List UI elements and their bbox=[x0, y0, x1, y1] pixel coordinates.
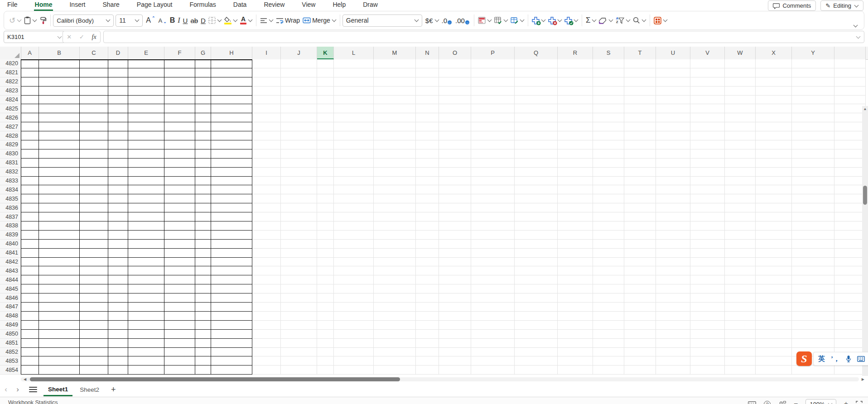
cell[interactable] bbox=[317, 168, 334, 177]
column-header-r[interactable]: R bbox=[558, 47, 593, 59]
cell[interactable] bbox=[80, 356, 108, 366]
cell[interactable] bbox=[164, 240, 195, 249]
cell[interactable] bbox=[195, 122, 211, 131]
cell[interactable] bbox=[624, 203, 656, 212]
font-name-select[interactable]: Calibri (Body) bbox=[53, 14, 114, 27]
cell[interactable] bbox=[834, 194, 866, 203]
cell[interactable] bbox=[281, 194, 317, 203]
cell[interactable] bbox=[195, 356, 211, 366]
cell[interactable] bbox=[834, 321, 866, 330]
paste-button[interactable] bbox=[23, 15, 38, 26]
cell[interactable] bbox=[439, 231, 471, 240]
cell[interactable] bbox=[195, 68, 211, 77]
cell[interactable] bbox=[374, 59, 416, 68]
double-underline-button[interactable]: D bbox=[199, 15, 207, 26]
cell[interactable] bbox=[593, 87, 624, 96]
cell[interactable] bbox=[281, 330, 317, 339]
borders-button[interactable] bbox=[207, 15, 223, 25]
zoom-out-button[interactable]: − bbox=[794, 400, 798, 404]
cell[interactable] bbox=[439, 330, 471, 339]
cell[interactable] bbox=[21, 275, 39, 284]
cell[interactable] bbox=[211, 203, 252, 212]
cell[interactable] bbox=[21, 221, 39, 231]
column-header-i[interactable]: I bbox=[252, 47, 281, 59]
cell[interactable] bbox=[39, 356, 80, 366]
cell[interactable] bbox=[624, 321, 656, 330]
cell[interactable] bbox=[317, 330, 334, 339]
row-header-4831[interactable]: 4831 bbox=[0, 159, 21, 168]
cell[interactable] bbox=[756, 212, 792, 221]
cell[interactable] bbox=[334, 104, 374, 113]
cell[interactable] bbox=[164, 96, 195, 105]
cell[interactable] bbox=[725, 168, 756, 177]
alignment-button[interactable] bbox=[259, 16, 275, 25]
cell[interactable] bbox=[374, 258, 416, 267]
cell[interactable] bbox=[656, 194, 690, 203]
row-header-4834[interactable]: 4834 bbox=[0, 185, 21, 194]
sheet-tab-sheet1[interactable]: Sheet1 bbox=[43, 383, 72, 396]
cell[interactable] bbox=[624, 303, 656, 312]
cell[interactable] bbox=[656, 104, 690, 113]
cell[interactable] bbox=[195, 366, 211, 375]
row-header-4836[interactable]: 4836 bbox=[0, 203, 21, 212]
cell[interactable] bbox=[725, 104, 756, 113]
cell[interactable] bbox=[281, 266, 317, 275]
cell[interactable] bbox=[80, 231, 108, 240]
cell[interactable] bbox=[374, 194, 416, 203]
cell[interactable] bbox=[593, 59, 624, 68]
cell[interactable] bbox=[756, 339, 792, 348]
cell[interactable] bbox=[281, 366, 317, 375]
cell[interactable] bbox=[792, 104, 834, 113]
cell[interactable] bbox=[211, 177, 252, 186]
cell[interactable] bbox=[416, 104, 439, 113]
cell[interactable] bbox=[80, 131, 108, 140]
cell[interactable] bbox=[656, 284, 690, 293]
cell[interactable] bbox=[439, 258, 471, 267]
cell[interactable] bbox=[334, 330, 374, 339]
cell[interactable] bbox=[195, 159, 211, 168]
cell[interactable] bbox=[558, 87, 593, 96]
cell[interactable] bbox=[558, 293, 593, 303]
cell[interactable] bbox=[656, 293, 690, 303]
cell[interactable] bbox=[281, 348, 317, 357]
cell[interactable] bbox=[108, 68, 128, 77]
cell[interactable] bbox=[252, 258, 281, 267]
cell[interactable] bbox=[281, 275, 317, 284]
cell[interactable] bbox=[439, 77, 471, 87]
cell[interactable] bbox=[416, 221, 439, 231]
cell[interactable] bbox=[80, 149, 108, 159]
cell[interactable] bbox=[656, 140, 690, 149]
cell[interactable] bbox=[211, 59, 252, 68]
cell[interactable] bbox=[416, 122, 439, 131]
cell[interactable] bbox=[39, 159, 80, 168]
cell[interactable] bbox=[281, 284, 317, 293]
cell[interactable] bbox=[558, 131, 593, 140]
cell[interactable] bbox=[792, 312, 834, 321]
cell[interactable] bbox=[656, 266, 690, 275]
cell[interactable] bbox=[252, 249, 281, 258]
cell[interactable] bbox=[252, 312, 281, 321]
cell[interactable] bbox=[792, 266, 834, 275]
cell[interactable] bbox=[281, 356, 317, 366]
row-header-4838[interactable]: 4838 bbox=[0, 221, 21, 231]
cell[interactable] bbox=[21, 240, 39, 249]
cell[interactable] bbox=[281, 96, 317, 105]
cell[interactable] bbox=[416, 203, 439, 212]
cell[interactable] bbox=[834, 366, 866, 375]
cell[interactable] bbox=[128, 221, 164, 231]
cell[interactable] bbox=[593, 131, 624, 140]
cell[interactable] bbox=[317, 113, 334, 122]
cell[interactable] bbox=[416, 275, 439, 284]
formula-bar-expand-chevron-icon[interactable] bbox=[856, 34, 861, 38]
cell[interactable] bbox=[834, 275, 866, 284]
cell[interactable] bbox=[108, 275, 128, 284]
cell[interactable] bbox=[195, 249, 211, 258]
cell[interactable] bbox=[39, 87, 80, 96]
cell[interactable] bbox=[656, 149, 690, 159]
cell[interactable] bbox=[317, 68, 334, 77]
italic-button[interactable]: I bbox=[176, 15, 181, 26]
cell[interactable] bbox=[439, 122, 471, 131]
cell[interactable] bbox=[252, 284, 281, 293]
cell[interactable] bbox=[281, 159, 317, 168]
cell[interactable] bbox=[21, 339, 39, 348]
